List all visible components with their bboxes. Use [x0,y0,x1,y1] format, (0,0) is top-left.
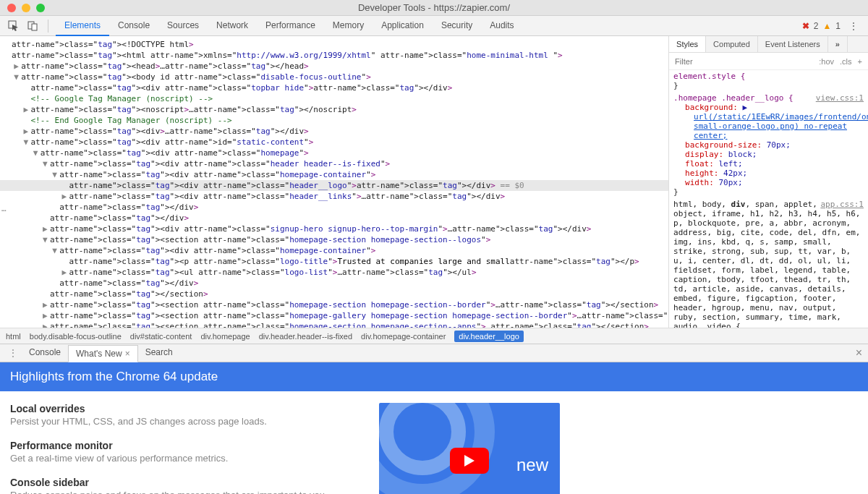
whatsnew-item-desc: Reduce console noise and focus on the me… [10,490,350,494]
tab-application[interactable]: Application [373,16,433,36]
warning-count: 1 [835,21,841,31]
breadcrumb-item[interactable]: div#static-content [130,332,192,341]
dom-node[interactable]: attr-name">class="tag"><p attr-name">cla… [0,256,668,267]
whatsnew-item[interactable]: Console sidebarReduce console noise and … [10,477,350,494]
styles-filter-input[interactable] [669,57,819,66]
devtools-toolbar: ElementsConsoleSourcesNetworkPerformance… [0,16,868,36]
hov-toggle[interactable]: :hov [819,57,834,66]
styles-filter-row: :hov .cls + [669,53,868,70]
dom-node[interactable]: attr-name">class="tag"></div> [0,278,668,289]
dom-node[interactable]: ▼attr-name">class="tag"><div attr-name">… [0,148,668,158]
inspect-element-icon[interactable] [6,18,22,34]
dom-node[interactable]: ▶attr-name">class="tag"><section attr-na… [0,321,668,328]
elements-breadcrumb: htmlbody.disable-focus-outlinediv#static… [0,328,868,344]
styles-sidebar: StylesComputedEvent Listeners» :hov .cls… [668,36,868,328]
error-count: 2 [814,21,819,31]
whatsnew-thumb-label: new [516,455,548,475]
drawer-tab-what-s-new[interactable]: What's New× [68,345,138,362]
elements-dom-tree[interactable]: … attr-name">class="tag"><!DOCTYPE html>… [0,36,668,328]
styles-rules[interactable]: element.style {}view.css:1.homepage .hea… [669,70,868,328]
more-menu-icon[interactable]: ⋮ [845,21,862,31]
device-mode-icon[interactable] [25,18,41,34]
cls-toggle[interactable]: .cls [840,57,852,66]
dom-node[interactable]: ▼attr-name">class="tag"><div attr-name">… [0,169,668,180]
styles-tab-computed[interactable]: Computed [706,36,758,52]
dom-node[interactable]: ▶attr-name">class="tag"><section attr-na… [0,299,668,310]
tab-sources[interactable]: Sources [158,16,208,36]
dom-node[interactable]: <!-- Google Tag Manager (noscript) --> [0,93,668,104]
styles-tabs-more-icon[interactable]: » [828,36,848,52]
tab-console[interactable]: Console [109,16,158,36]
tab-network[interactable]: Network [208,16,257,36]
dom-node[interactable]: ▶attr-name">class="tag"><head>…attr-name… [0,61,668,72]
dom-node[interactable]: ▼attr-name">class="tag"><section attr-na… [0,234,668,245]
tab-elements[interactable]: Elements [56,16,109,36]
new-style-rule-icon[interactable]: + [858,57,862,66]
dom-node[interactable]: attr-name">class="tag"></section> [0,289,668,299]
window-titlebar: Developer Tools - https://zapier.com/ [0,0,868,16]
gutter-ellipsis: … [0,204,7,213]
separator [48,20,48,33]
close-tab-icon[interactable]: × [125,349,130,359]
whatsnew-item[interactable]: Local overridesPersist your HTML, CSS, a… [10,403,350,427]
drawer-tabs: ⋮ ConsoleWhat's New×Search × [0,344,868,362]
dom-node[interactable]: attr-name">class="tag"><!DOCTYPE html> [0,39,668,50]
whatsnew-item-desc: Persist your HTML, CSS, and JS changes a… [10,416,350,427]
dom-node[interactable]: ▼attr-name">class="tag"><body id attr-na… [0,72,668,82]
dom-node[interactable]: ▶attr-name">class="tag"><div attr-name">… [0,223,668,234]
dom-node[interactable]: ▼attr-name">class="tag"><div attr-name">… [0,158,668,169]
devtools-tabs: ElementsConsoleSourcesNetworkPerformance… [56,16,523,36]
dom-node[interactable]: attr-name">class="tag"><div attr-name">c… [0,82,668,93]
whatsnew-item-desc: Get a real-time view of various performa… [10,453,350,464]
window-title: Developer Tools - https://zapier.com/ [0,2,868,13]
error-count-icon[interactable]: ✖ [802,21,809,31]
whatsnew-item-title: Local overrides [10,403,350,414]
drawer-menu-icon[interactable]: ⋮ [6,348,20,358]
breadcrumb-item[interactable]: div.header.header--is-fixed [259,332,352,341]
breadcrumb-item[interactable]: html [6,332,21,341]
styles-tab-styles[interactable]: Styles [669,36,706,52]
whatsnew-video-thumb[interactable]: new [379,403,560,494]
dom-node[interactable]: attr-name">class="tag"></div> [0,213,668,223]
breadcrumb-item[interactable]: div.homepage-container [361,332,446,341]
breadcrumb-item[interactable]: div.homepage [200,332,250,341]
dom-node[interactable]: attr-name">class="tag"></div> [0,202,668,213]
dom-node[interactable]: <!-- End Google Tag Manager (noscript) -… [0,115,668,126]
dom-node[interactable]: ▶attr-name">class="tag"><ul attr-name">c… [0,267,668,278]
dom-node[interactable]: ▼attr-name">class="tag"><div attr-name">… [0,137,668,148]
dom-node[interactable]: ▶attr-name">class="tag"><section attr-na… [0,310,668,321]
dom-node[interactable]: ▼attr-name">class="tag"><div attr-name">… [0,245,668,256]
whatsnew-item-title: Performance monitor [10,440,350,451]
drawer-tab-console[interactable]: Console [22,344,68,362]
svg-rect-2 [32,24,37,30]
tab-memory[interactable]: Memory [324,16,373,36]
tab-audits[interactable]: Audits [481,16,522,36]
styles-tab-event-listeners[interactable]: Event Listeners [758,36,828,52]
whatsnew-item[interactable]: Performance monitorGet a real-time view … [10,440,350,464]
drawer-close-icon[interactable]: × [856,346,862,359]
styles-tabs: StylesComputedEvent Listeners» [669,36,868,53]
dom-node[interactable]: ▶attr-name">class="tag"><div attr-name">… [0,191,668,202]
breadcrumb-item[interactable]: body.disable-focus-outline [30,332,122,341]
drawer-tab-search[interactable]: Search [138,344,180,362]
dom-node[interactable]: attr-name">class="tag"><html attr-name">… [0,50,668,61]
whatsnew-item-title: Console sidebar [10,477,350,488]
breadcrumb-item[interactable]: div.header__logo [454,331,524,342]
tab-performance[interactable]: Performance [257,16,324,36]
dom-node[interactable]: attr-name">class="tag"><div attr-name">c… [0,180,668,191]
whatsnew-banner: Highlights from the Chrome 64 update [0,362,868,391]
warning-count-icon[interactable]: ▲ [822,21,831,31]
dom-node[interactable]: ▶attr-name">class="tag"><noscript>…attr-… [0,104,668,115]
tab-security[interactable]: Security [433,16,481,36]
whatsnew-panel: Highlights from the Chrome 64 update Loc… [0,362,868,494]
play-icon[interactable] [450,448,489,474]
dom-node[interactable]: ▶attr-name">class="tag"><div>…attr-name"… [0,126,668,137]
